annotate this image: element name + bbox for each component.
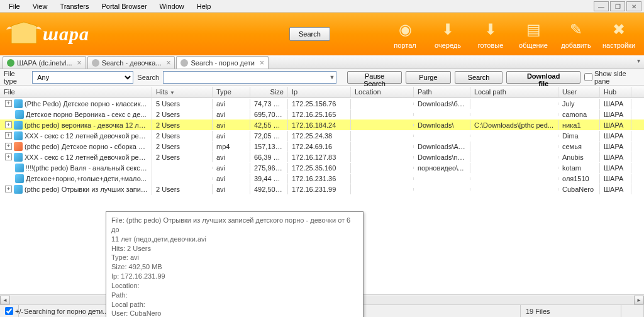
cell-local-path: C:\Downloads\[pthc ped...	[470, 120, 558, 130]
result-row[interactable]: Детское порно Вероника - секс с де...2 U…	[0, 109, 644, 120]
tab-label: Search - девочка...	[102, 59, 162, 67]
result-row[interactable]: Детское+порно,+голые+дети,+мало...avi39,…	[0, 173, 644, 184]
toolbar-icon: ◉	[394, 19, 416, 40]
download-file-button[interactable]: Download file	[506, 71, 580, 84]
cell-type: mp4	[213, 142, 250, 152]
cell-type: avi	[213, 120, 250, 130]
header-location[interactable]: Location	[351, 87, 414, 97]
cell-ip: 172.25.24.38	[288, 131, 351, 141]
result-row[interactable]: +(pthc pedo) вероника - девочка 12 лет..…	[0, 120, 644, 130]
header-file[interactable]: File	[0, 87, 152, 97]
tab-bar: ШАРА (dc.inetvl...×Search - девочка...×S…	[0, 55, 644, 69]
search-button[interactable]: Search	[455, 71, 503, 84]
header-local-path[interactable]: Local path	[470, 87, 558, 97]
menu-portal-browser[interactable]: Portal Browser	[95, 1, 153, 11]
dropdown-icon[interactable]: ▼	[329, 74, 335, 81]
cell-location	[351, 177, 414, 180]
tab-overflow-icon[interactable]: ▾	[637, 57, 640, 64]
show-side-pane-checkbox[interactable]: Show side pane	[584, 70, 640, 85]
toolbar-icon: ✖	[608, 19, 630, 40]
cell-hub: ШАРА	[600, 99, 631, 109]
cell-local-path	[470, 113, 558, 116]
tab-close-icon[interactable]: ×	[260, 58, 264, 67]
main-toolbar: шара Search ◉портал⬇очередь⬇готовые▤обще…	[0, 13, 644, 55]
result-row[interactable]: +XXX - секс с 12 летней девочкой ped...2…	[0, 152, 644, 162]
result-row[interactable]: +(pthc pedo) Детское порно - сборка и...…	[0, 141, 644, 152]
cell-size: 157,13 MB	[250, 142, 288, 152]
cell-user: July	[558, 99, 600, 109]
toolbar-btn-3[interactable]: ▤общение	[514, 15, 552, 53]
cell-user: ника1	[558, 120, 600, 130]
cell-hits: 2 Users	[152, 142, 213, 152]
menu-window[interactable]: Window	[153, 1, 191, 11]
toolbar-btn-5[interactable]: ✖настройки	[600, 15, 638, 53]
expand-icon[interactable]: +	[5, 186, 12, 192]
cell-path	[414, 113, 470, 116]
header-ip[interactable]: Ip	[288, 87, 351, 97]
expand-icon[interactable]: +	[5, 132, 12, 139]
expand-icon[interactable]: +	[5, 100, 12, 107]
toolbar-btn-1[interactable]: ⬇очередь	[429, 15, 467, 53]
cell-user: camona	[558, 109, 600, 120]
search-input[interactable]	[163, 71, 336, 84]
tab-1[interactable]: Search - девочка...×	[87, 56, 175, 69]
header-path[interactable]: Path	[414, 87, 470, 97]
expand-icon[interactable]: +	[5, 153, 12, 160]
tab-close-icon[interactable]: ×	[77, 58, 82, 67]
tab-close-icon[interactable]: ×	[166, 58, 170, 67]
cell-hits: 5 Users	[152, 99, 213, 109]
menu-transfers[interactable]: Transfers	[53, 1, 95, 11]
header-hits[interactable]: Hits▼	[152, 87, 213, 97]
cell-path	[414, 177, 470, 180]
main-search-button[interactable]: Search	[289, 27, 330, 41]
toolbar-icon: ⬇	[437, 19, 458, 40]
cell-hub: ШАРА	[600, 163, 631, 173]
cell-hub: ШАРА	[600, 109, 631, 120]
header-hub[interactable]: Hub	[600, 87, 631, 97]
menu-help[interactable]: Help	[191, 1, 218, 11]
cell-hub: ШАРА	[600, 184, 631, 194]
pause-search-button[interactable]: Pause Search	[347, 71, 402, 84]
filetype-select[interactable]: Any	[32, 71, 133, 84]
toolbar-btn-2[interactable]: ⬇готовые	[472, 15, 509, 53]
cell-ip: 172.16.231.36	[288, 174, 351, 184]
cell-hits: 2 Users	[152, 152, 213, 162]
cell-type: avi	[213, 184, 250, 194]
result-row[interactable]: +(pthc pedo) Отрывки из лучших запис...2…	[0, 184, 644, 194]
status-toggle[interactable]: +/-	[0, 305, 19, 317]
side-pane-check[interactable]	[584, 73, 592, 81]
menu-file[interactable]: File	[3, 1, 26, 11]
result-row[interactable]: !!!!(pthc pedo) Валя - анальный секс с..…	[0, 162, 644, 173]
result-row[interactable]: +(Pthc Pedo) Детское порно - классик...5…	[0, 98, 644, 109]
header-type[interactable]: Type	[213, 87, 250, 97]
expand-icon[interactable]: +	[5, 143, 12, 150]
tab-2[interactable]: Search - порно дети×	[176, 56, 268, 69]
scroll-right-icon[interactable]: ►	[634, 296, 644, 304]
maximize-button[interactable]: ❐	[610, 1, 625, 11]
cell-location	[351, 145, 414, 148]
cell-path: Downloads\бу...	[414, 99, 470, 109]
cell-ip: 172.24.69.16	[288, 142, 351, 152]
cell-local-path	[470, 156, 558, 158]
tab-icon	[7, 59, 14, 67]
minimize-button[interactable]: —	[594, 1, 609, 11]
toolbar-label: добавить	[561, 42, 591, 49]
header-size[interactable]: Size	[250, 87, 288, 97]
header-user[interactable]: User	[558, 87, 600, 97]
purge-button[interactable]: Purge	[406, 71, 450, 84]
result-row[interactable]: +XXX - секс с 12 летней девочкой ped...2…	[0, 130, 644, 141]
window-controls: — ❐ ✕	[594, 1, 641, 11]
status-files: 19 Files	[521, 305, 621, 317]
scroll-left-icon[interactable]: ◄	[0, 296, 10, 304]
cell-hub: ШАРА	[600, 174, 631, 184]
toolbar-label: готовые	[478, 42, 504, 49]
cell-user: CubaNero	[558, 184, 600, 194]
cell-hits	[152, 167, 213, 169]
toolbar-btn-4[interactable]: ✎добавить	[557, 15, 595, 53]
menu-view[interactable]: View	[26, 1, 54, 11]
toolbar-btn-0[interactable]: ◉портал	[386, 15, 424, 53]
side-pane-label: Show side pane	[594, 70, 640, 85]
tab-0[interactable]: ШАРА (dc.inetvl...×	[3, 56, 86, 69]
expand-icon[interactable]: +	[5, 121, 12, 128]
close-button[interactable]: ✕	[626, 1, 641, 11]
